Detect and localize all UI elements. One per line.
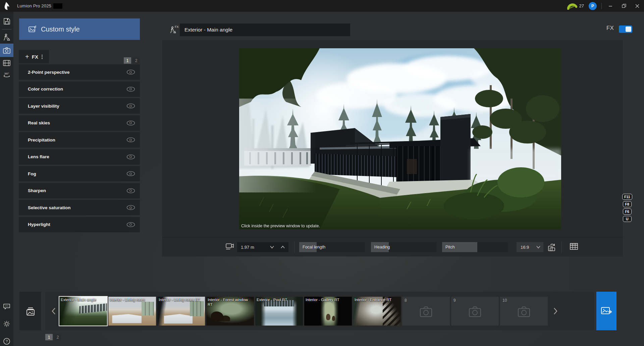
key-f8[interactable]: F8	[623, 201, 632, 207]
divider	[601, 3, 602, 9]
mode-sidebar: 360°	[0, 12, 13, 346]
camera-ghost-icon	[419, 306, 433, 317]
aspect-ratio-dropdown[interactable]: 16:9	[517, 242, 543, 252]
benchmark-score: 27	[579, 3, 584, 8]
fx-page-tab-1[interactable]: 1	[124, 57, 131, 64]
thumbnail-slot-8-empty[interactable]: 8	[402, 297, 450, 326]
thumbnail-slot-3[interactable]: Interior - Living room RT	[157, 297, 205, 326]
effect-row-precipitation[interactable]: Precipitation	[19, 132, 140, 148]
eye-icon[interactable]	[127, 171, 135, 176]
photo-title-input[interactable]	[180, 23, 350, 36]
camera-ghost-icon	[468, 306, 482, 317]
fx-toggle-switch[interactable]	[619, 25, 632, 33]
eye-icon[interactable]	[127, 154, 135, 160]
heading-slider[interactable]: Heading	[371, 242, 437, 252]
photo-fx-icon: FX	[169, 25, 179, 36]
export-image-icon	[601, 306, 612, 316]
effect-row-2-point-perspective[interactable]: 2-Point perspective	[19, 64, 140, 80]
photo-thumbnail-strip: Exterior - Main angle Interior - Living …	[45, 292, 594, 330]
thumbnail-slot-4[interactable]: Interior - Forest window RT	[206, 297, 254, 326]
strip-page-tab-2[interactable]: 2	[54, 334, 61, 340]
effect-row-layer-visibility[interactable]: Layer visibility	[19, 98, 140, 114]
eye-icon[interactable]	[127, 137, 135, 142]
effect-row-selective-saturation[interactable]: Selective saturation	[19, 200, 140, 215]
effect-row-color-correction[interactable]: Color correction	[19, 81, 140, 97]
strip-page-tab-1[interactable]: 1	[45, 334, 53, 340]
save-icon[interactable]	[0, 15, 13, 27]
preview-viewport[interactable]: Click inside the preview window to updat…	[239, 48, 561, 229]
pitch-slider[interactable]: Pitch	[442, 242, 508, 252]
kebab-icon[interactable]	[42, 55, 43, 59]
help-icon[interactable]: ?	[3, 338, 10, 346]
fx-toggle-label: FX	[606, 25, 614, 32]
chevron-down-icon[interactable]	[266, 245, 278, 249]
camera-ghost-icon	[517, 306, 531, 317]
camera-height-value: 1.97 m	[237, 245, 254, 250]
effects-list: 2-Point perspective Color correction Lay…	[19, 64, 140, 234]
strip-prev-icon[interactable]	[49, 307, 58, 315]
divider	[2, 29, 11, 30]
custom-style-label: Custom style	[41, 25, 80, 33]
thumbnail-slot-9-empty[interactable]: 9	[451, 297, 499, 326]
custom-style-header[interactable]: Custom style	[19, 18, 140, 40]
plus-icon: +	[25, 53, 29, 61]
chevron-up-icon[interactable]	[278, 245, 288, 249]
sidebar-bottom-icons: ?	[0, 303, 13, 346]
photo-set-button[interactable]	[19, 292, 41, 330]
title-bar: Lumion Pro 2025 27 P	[0, 0, 644, 12]
minimize-button[interactable]	[604, 0, 617, 12]
divider	[294, 241, 294, 253]
effect-row-hyperlight[interactable]: Hyperlight	[19, 217, 140, 232]
eye-icon[interactable]	[127, 69, 135, 75]
restore-button[interactable]	[617, 0, 631, 12]
settings-icon[interactable]	[3, 320, 10, 329]
thumbnail-slot-6[interactable]: Interior - Gallery RT	[304, 297, 352, 326]
thumbnail-slot-5[interactable]: Exterior - Pool RT	[255, 297, 303, 326]
fx-page-tab-2[interactable]: 2	[132, 57, 140, 64]
panorama-360-icon[interactable]: 360°	[0, 69, 13, 81]
feedback-icon[interactable]	[3, 303, 10, 311]
close-button[interactable]	[631, 0, 644, 12]
app-title: Lumion Pro 2025	[17, 3, 51, 8]
eye-icon[interactable]	[127, 86, 135, 92]
divider	[561, 241, 562, 253]
camera-height-icon	[225, 242, 234, 250]
eye-icon[interactable]	[127, 120, 135, 126]
svg-text:FX: FX	[175, 25, 179, 28]
photo-mode-icon[interactable]	[0, 44, 13, 57]
thumbnail-slot-1[interactable]: Exterior - Main angle	[59, 297, 107, 326]
strip-page-tabs: 1 2	[45, 334, 61, 340]
orientation-toggle-icon[interactable]	[547, 242, 556, 252]
effect-row-real-skies[interactable]: Real skies	[19, 115, 140, 131]
key-u[interactable]: U	[623, 216, 632, 222]
lumion-logo-icon	[3, 2, 11, 10]
add-fx-button[interactable]: + FX	[19, 50, 49, 63]
thumbnail-slot-10-empty[interactable]: 10	[500, 297, 548, 326]
eye-icon[interactable]	[127, 222, 135, 227]
effect-row-lens-flare[interactable]: Lens flare	[19, 149, 140, 165]
preview-hint: Click inside the preview window to updat…	[241, 224, 320, 228]
key-f11[interactable]: F11	[622, 194, 632, 200]
focal-length-slider[interactable]: Focal length	[299, 242, 365, 252]
key-f6[interactable]: F6	[623, 209, 632, 215]
eye-icon[interactable]	[127, 188, 135, 193]
camera-height-field[interactable]: 1.97 m	[237, 242, 288, 252]
thumbnail-slot-7[interactable]: Interior - Entrance RT	[353, 297, 401, 326]
chevron-down-icon	[536, 245, 541, 249]
strip-next-icon[interactable]	[551, 307, 560, 315]
svg-text:?: ?	[6, 339, 8, 343]
effect-row-sharpen[interactable]: Sharpen	[19, 183, 140, 198]
svg-text:360°: 360°	[4, 72, 9, 75]
performance-gauge-icon	[567, 2, 577, 10]
thumbnail-slot-2[interactable]: Interior - Living room	[108, 297, 156, 326]
eye-icon[interactable]	[127, 205, 135, 210]
movie-mode-icon[interactable]	[0, 57, 13, 69]
render-photo-button[interactable]	[596, 292, 616, 330]
grid-overlay-icon[interactable]	[570, 242, 578, 250]
eye-icon[interactable]	[127, 103, 135, 109]
camera-controls: 1.97 m Focal length Heading Pitch 16:9	[162, 237, 623, 256]
avatar[interactable]: P	[589, 2, 597, 10]
redacted-label	[53, 3, 62, 9]
effect-row-fog[interactable]: Fog	[19, 166, 140, 181]
build-mode-icon[interactable]	[0, 32, 13, 44]
